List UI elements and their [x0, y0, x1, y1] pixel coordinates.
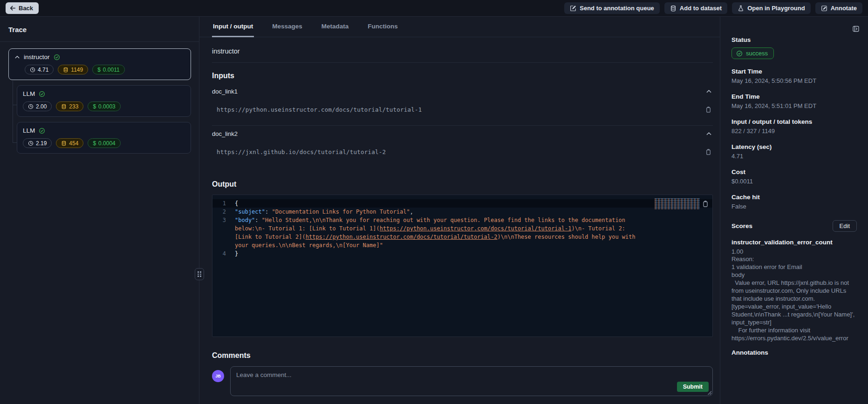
resize-handle-icon[interactable] [708, 391, 711, 395]
field-label: Input / output / total tokens [731, 118, 857, 125]
node-name: LLM [23, 127, 35, 134]
chevron-up-icon[interactable] [14, 54, 20, 60]
code-token-plain: , [410, 209, 413, 215]
scores-heading: Scores [731, 222, 752, 229]
score-reason-line: 1 validation error for Email [731, 263, 857, 271]
cost-value: 0.0011 [103, 67, 120, 73]
copy-icon[interactable] [704, 105, 713, 114]
score-reason-line: body [731, 271, 857, 279]
code-line: 4} [212, 249, 712, 258]
success-check-icon [39, 128, 45, 134]
tokens-value: 454 [69, 140, 78, 147]
topbar: Back Send to annotation queue Add to dat… [0, 0, 868, 17]
annotate-icon [821, 5, 827, 12]
main-content: instructor Inputs doc_link1 https://pyth… [199, 37, 720, 401]
code-token-key: "subject" [235, 209, 265, 215]
output-code-editor[interactable]: 1{2"subject": "Documentation Links for P… [212, 195, 713, 337]
input-label: doc_link2 [212, 130, 238, 137]
status-block: Status success [731, 36, 857, 59]
copy-icon[interactable] [701, 199, 710, 209]
input-value: https://python.useinstructor.com/docs/tu… [212, 106, 422, 113]
field-end-time: End Time May 16, 2024, 5:51:01 PM EDT [731, 93, 857, 109]
clock-icon [28, 141, 34, 146]
output-heading: Output [212, 180, 713, 189]
score-reason-line: For further information visit https://er… [731, 326, 857, 342]
cost-badge: $ 0.0004 [88, 138, 120, 148]
input-block-doc-link1: doc_link1 https://python.useinstructor.c… [212, 88, 713, 125]
score-value: 1.00 [731, 248, 857, 255]
add-to-dataset-label: Add to dataset [680, 5, 722, 12]
divider [212, 62, 713, 63]
code-line-content: "subject": "Documentation Links for Pyth… [235, 208, 413, 216]
code-token-plain: : [255, 217, 261, 223]
comment-input[interactable] [231, 367, 712, 396]
trace-node-llm-2[interactable]: LLM 2.19 454 $ 0.0 [17, 122, 191, 154]
tokens-badge: 1149 [58, 65, 88, 74]
code-line-content: "body": "Hello Student,\n\nThank you for… [235, 216, 638, 249]
collapse-panel-icon[interactable] [851, 24, 861, 34]
code-minimap[interactable] [655, 198, 700, 209]
panel-resize-handle[interactable] [195, 268, 204, 280]
tokens-badge: 233 [56, 101, 83, 111]
success-check-icon [736, 50, 743, 57]
comment-row: JB Submit [212, 366, 713, 401]
score-name: instructor_validation_error_count [731, 239, 857, 246]
field-tokens: Input / output / total tokens 822 / 327 … [731, 118, 857, 135]
comments-heading: Comments [212, 351, 713, 360]
field-label: End Time [731, 93, 857, 100]
database-icon [670, 5, 677, 12]
input-label: doc_link1 [212, 88, 238, 95]
collapse-chevron-up-icon[interactable] [705, 88, 713, 95]
status-label: Status [731, 36, 857, 43]
open-in-playground-button[interactable]: Open in Playground [732, 2, 811, 14]
code-token-url: https://python.useinstructor.com/docs/tu… [306, 234, 498, 240]
field-value: May 16, 2024, 5:50:56 PM EDT [731, 77, 857, 84]
back-button[interactable]: Back [6, 2, 39, 14]
latency-badge: 2.19 [23, 138, 52, 148]
trace-tree: instructor 4.71 1149 $ [0, 42, 199, 154]
submit-button[interactable]: Submit [677, 382, 709, 392]
code-token-str: "Documentation Links for Python Tutorial… [272, 209, 410, 215]
latency-badge: 2.00 [23, 101, 52, 111]
annotate-button[interactable]: Annotate [815, 2, 862, 14]
tab-metadata[interactable]: Metadata [321, 17, 350, 37]
annotations-heading: Annotations [731, 349, 857, 356]
code-line-content: { [235, 199, 238, 208]
code-token-key: "body" [235, 217, 255, 223]
app-shell: Trace instructor 4.71 [0, 17, 868, 404]
send-to-annotation-queue-button[interactable]: Send to annotation queue [564, 2, 660, 14]
field-cache-hit: Cache hit False [731, 194, 857, 210]
line-number: 2 [212, 208, 235, 216]
tab-bar: Input / output Messages Metadata Functio… [199, 17, 720, 37]
add-to-dataset-button[interactable]: Add to dataset [664, 2, 727, 14]
tab-messages[interactable]: Messages [271, 17, 303, 37]
field-label: Cache hit [731, 194, 857, 201]
tokens-badge: 454 [56, 138, 83, 148]
comment-box: Submit [230, 366, 713, 396]
trace-node-llm-1[interactable]: LLM 2.00 233 $ 0.0 [17, 85, 191, 117]
status-badge: success [731, 47, 774, 59]
field-start-time: Start Time May 16, 2024, 5:50:56 PM EDT [731, 68, 857, 84]
send-to-annotation-queue-label: Send to annotation queue [580, 5, 654, 12]
trace-node-instructor[interactable]: instructor 4.71 1149 $ [8, 48, 191, 80]
latency-badge: 4.71 [25, 65, 54, 74]
tab-functions[interactable]: Functions [367, 17, 399, 37]
copy-icon[interactable] [704, 148, 713, 156]
cost-value: 0.0003 [98, 103, 116, 110]
field-value: 822 / 327 / 1149 [731, 128, 857, 135]
code-token-plain: : [265, 209, 272, 215]
trace-title: Trace [0, 17, 199, 41]
input-value: https://jxnl.github.io/docs/tutorial/tut… [212, 148, 386, 155]
field-value: May 16, 2024, 5:51:01 PM EDT [731, 102, 857, 109]
field-label: Latency (sec) [731, 143, 857, 150]
collapse-chevron-up-icon[interactable] [705, 130, 713, 138]
clock-icon [28, 104, 34, 109]
code-token-brace: { [235, 200, 238, 207]
arrow-left-icon [10, 5, 16, 11]
line-number: 4 [212, 249, 235, 258]
divider [212, 125, 713, 126]
score-reason-line: Value error, URL https://jxnl.github.io … [731, 279, 857, 326]
edit-scores-button[interactable]: Edit [833, 220, 857, 232]
tab-input-output[interactable]: Input / output [212, 17, 254, 37]
cost-badge: $ 0.0011 [92, 65, 125, 74]
